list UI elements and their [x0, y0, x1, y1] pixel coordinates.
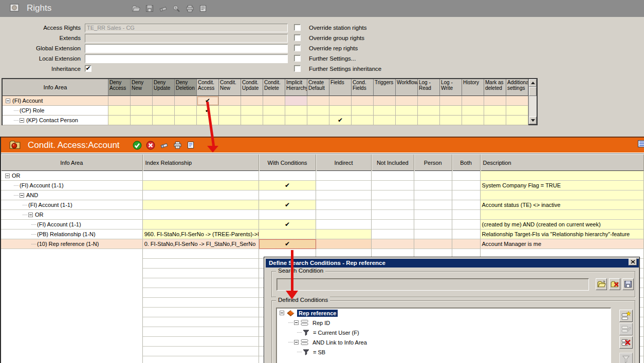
cell-log-write[interactable]: [440, 116, 462, 125]
cell-condit-new[interactable]: [219, 96, 241, 106]
cell-with-conditions[interactable]: ✔: [259, 220, 316, 230]
cell-triggers[interactable]: [374, 116, 396, 125]
expander-icon[interactable]: [294, 320, 299, 325]
info-area-cell[interactable]: [1, 327, 143, 337]
cell-indirect[interactable]: [316, 200, 372, 210]
cell-both[interactable]: [452, 190, 481, 200]
cell-both[interactable]: [452, 210, 481, 220]
info-area-cell[interactable]: (FI) Account: [3, 96, 108, 106]
cell-index-relationship[interactable]: 0. FI-StaNo,FI-SerNo -> FI_StaNo,FI_SerN…: [143, 239, 260, 249]
cell-log-read[interactable]: [418, 116, 440, 125]
cell-deny-new[interactable]: [131, 116, 153, 125]
scroll-up-button[interactable]: [529, 79, 537, 87]
expander-icon[interactable]: [280, 311, 284, 315]
cell-person[interactable]: [414, 181, 452, 190]
cell-deny-update[interactable]: [153, 116, 175, 125]
empty-cell[interactable]: [143, 278, 260, 288]
cell-with-conditions[interactable]: [259, 230, 316, 239]
cell-person[interactable]: [414, 230, 452, 239]
inheritance-checkbox[interactable]: ✔: [85, 65, 91, 72]
cell-with-conditions[interactable]: ✔: [259, 181, 316, 190]
close-icon[interactable]: [629, 258, 637, 265]
cell-both[interactable]: [452, 171, 481, 181]
empty-cell[interactable]: [143, 337, 260, 347]
cell-fields[interactable]: [329, 96, 352, 106]
erase-icon[interactable]: [157, 4, 169, 13]
empty-cell[interactable]: [143, 347, 260, 356]
cell-history[interactable]: [462, 96, 484, 106]
cell-condit-new[interactable]: [219, 116, 241, 125]
info-area-cell[interactable]: (KP) Contact Person: [3, 116, 108, 125]
cell-person[interactable]: [414, 200, 452, 210]
cell-person[interactable]: [414, 190, 452, 200]
cell-not-included[interactable]: [372, 239, 414, 249]
cell-create-default[interactable]: [307, 116, 329, 125]
info-area-cell[interactable]: [1, 356, 143, 363]
cell-deny-new[interactable]: [131, 96, 153, 106]
info-area-cell[interactable]: OR: [1, 171, 143, 181]
cell-deny-access[interactable]: [108, 116, 131, 125]
open-icon[interactable]: [131, 4, 142, 13]
scrollbar-thumb[interactable]: [529, 87, 537, 96]
cell-description[interactable]: System Company Flag = TRUE: [481, 181, 644, 190]
cell-not-included[interactable]: [372, 190, 414, 200]
cell-fields[interactable]: ✔: [329, 116, 352, 125]
cell-deny-deletion[interactable]: [175, 106, 197, 116]
transfer-icon[interactable]: [197, 4, 209, 13]
empty-cell[interactable]: [143, 249, 260, 259]
info-area-cell[interactable]: [1, 259, 143, 269]
cell-cond-fields[interactable]: [352, 106, 374, 116]
info-area-cell[interactable]: [1, 347, 143, 356]
cell-triggers[interactable]: [374, 106, 396, 116]
list-icon[interactable]: [637, 140, 644, 149]
expander-icon[interactable]: [6, 99, 10, 103]
cell-fields[interactable]: [329, 106, 352, 116]
cell-mark-as-deleted[interactable]: [484, 96, 506, 106]
print-icon[interactable]: [172, 140, 183, 150]
cell-description[interactable]: [481, 171, 644, 181]
cell-log-read[interactable]: [418, 106, 440, 116]
expander-icon[interactable]: [294, 340, 299, 345]
cell-both[interactable]: [452, 200, 481, 210]
cell-description[interactable]: [481, 190, 644, 200]
local-extension-field[interactable]: [85, 54, 288, 63]
info-area-cell[interactable]: (FI) Account (1-1): [1, 181, 143, 190]
cell-description[interactable]: [481, 210, 644, 220]
cell-mark-as-deleted[interactable]: [484, 106, 506, 116]
info-area-cell[interactable]: (PB) Relationship (1-N): [1, 230, 143, 239]
tree-row[interactable]: Rep reference: [277, 308, 611, 318]
cell-condit-delete[interactable]: [263, 116, 285, 125]
tree-node-label[interactable]: AND Link to Info Area: [311, 339, 369, 346]
cell-indirect[interactable]: [316, 181, 372, 190]
cell-triggers[interactable]: [374, 96, 396, 106]
cell-deny-update[interactable]: [153, 106, 175, 116]
cell-implicit-hierarchy[interactable]: [285, 116, 307, 125]
search-condition-input[interactable]: [277, 278, 589, 291]
cell-deny-deletion[interactable]: [175, 116, 197, 125]
cell-index-relationship[interactable]: [143, 171, 260, 181]
empty-cell[interactable]: [143, 288, 260, 298]
info-area-cell[interactable]: [1, 249, 143, 259]
tree-row[interactable]: AND Link to Info Area: [277, 337, 611, 347]
option-checkbox[interactable]: [294, 65, 301, 72]
cell-index-relationship[interactable]: 960. FI-StaNo,FI-SerNo -> (TREE-Parents)…: [143, 230, 260, 239]
cell-create-default[interactable]: [307, 106, 329, 116]
cell-workflow[interactable]: [396, 106, 418, 116]
cell-condit-update[interactable]: [241, 96, 263, 106]
cell-person[interactable]: [414, 210, 452, 220]
info-area-cell[interactable]: [1, 337, 143, 347]
cell-condit-update[interactable]: [241, 106, 263, 116]
cell-indirect[interactable]: [316, 220, 372, 230]
cell-both[interactable]: [452, 181, 481, 190]
cell-workflow[interactable]: [396, 96, 418, 106]
cell-condit-new[interactable]: [219, 106, 241, 116]
cell-log-write[interactable]: [440, 106, 462, 116]
info-area-cell[interactable]: (FI) Account (1-1): [1, 220, 143, 230]
option-checkbox[interactable]: [294, 24, 301, 31]
empty-cell[interactable]: [143, 317, 260, 327]
cell-person[interactable]: [414, 220, 452, 230]
print-icon[interactable]: [184, 4, 195, 13]
cell-index-relationship[interactable]: [143, 181, 260, 190]
cell-not-included[interactable]: [372, 230, 414, 239]
cell-condit-update[interactable]: [241, 116, 263, 125]
